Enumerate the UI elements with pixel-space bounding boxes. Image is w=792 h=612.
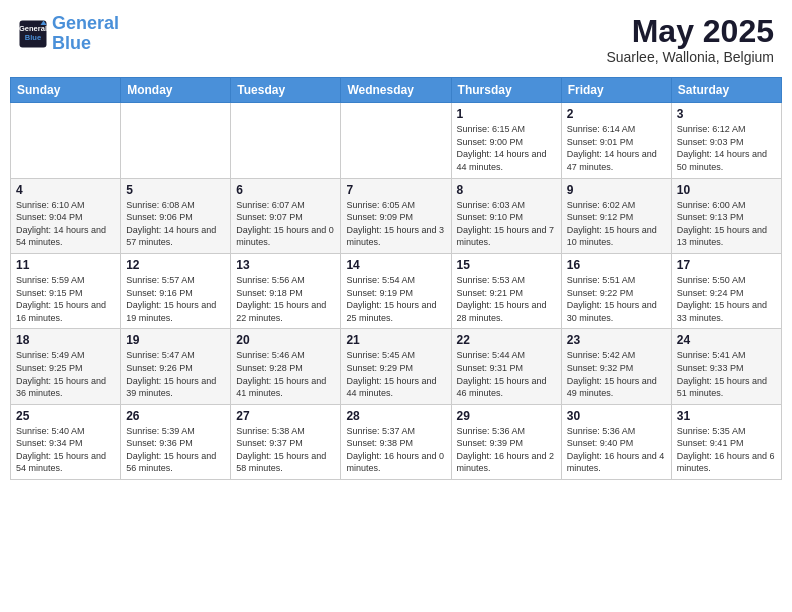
week-row-2: 4Sunrise: 6:10 AM Sunset: 9:04 PM Daylig… bbox=[11, 178, 782, 253]
day-number: 10 bbox=[677, 183, 776, 197]
week-row-1: 1Sunrise: 6:15 AM Sunset: 9:00 PM Daylig… bbox=[11, 103, 782, 178]
header-cell-friday: Friday bbox=[561, 78, 671, 103]
day-number: 21 bbox=[346, 333, 445, 347]
calendar-body: 1Sunrise: 6:15 AM Sunset: 9:00 PM Daylig… bbox=[11, 103, 782, 480]
logo-line1: General bbox=[52, 13, 119, 33]
day-cell: 3Sunrise: 6:12 AM Sunset: 9:03 PM Daylig… bbox=[671, 103, 781, 178]
day-number: 6 bbox=[236, 183, 335, 197]
logo-text: General Blue bbox=[52, 14, 119, 54]
day-info: Sunrise: 6:10 AM Sunset: 9:04 PM Dayligh… bbox=[16, 199, 115, 249]
day-cell: 24Sunrise: 5:41 AM Sunset: 9:33 PM Dayli… bbox=[671, 329, 781, 404]
day-info: Sunrise: 5:36 AM Sunset: 9:40 PM Dayligh… bbox=[567, 425, 666, 475]
day-info: Sunrise: 5:45 AM Sunset: 9:29 PM Dayligh… bbox=[346, 349, 445, 399]
day-cell: 27Sunrise: 5:38 AM Sunset: 9:37 PM Dayli… bbox=[231, 404, 341, 479]
header-cell-thursday: Thursday bbox=[451, 78, 561, 103]
header-cell-wednesday: Wednesday bbox=[341, 78, 451, 103]
day-cell: 12Sunrise: 5:57 AM Sunset: 9:16 PM Dayli… bbox=[121, 253, 231, 328]
day-number: 24 bbox=[677, 333, 776, 347]
day-info: Sunrise: 5:41 AM Sunset: 9:33 PM Dayligh… bbox=[677, 349, 776, 399]
day-info: Sunrise: 5:47 AM Sunset: 9:26 PM Dayligh… bbox=[126, 349, 225, 399]
day-info: Sunrise: 6:12 AM Sunset: 9:03 PM Dayligh… bbox=[677, 123, 776, 173]
day-number: 23 bbox=[567, 333, 666, 347]
day-cell: 6Sunrise: 6:07 AM Sunset: 9:07 PM Daylig… bbox=[231, 178, 341, 253]
day-number: 28 bbox=[346, 409, 445, 423]
day-info: Sunrise: 5:57 AM Sunset: 9:16 PM Dayligh… bbox=[126, 274, 225, 324]
day-cell: 20Sunrise: 5:46 AM Sunset: 9:28 PM Dayli… bbox=[231, 329, 341, 404]
day-info: Sunrise: 5:53 AM Sunset: 9:21 PM Dayligh… bbox=[457, 274, 556, 324]
day-number: 9 bbox=[567, 183, 666, 197]
day-cell: 22Sunrise: 5:44 AM Sunset: 9:31 PM Dayli… bbox=[451, 329, 561, 404]
day-number: 12 bbox=[126, 258, 225, 272]
day-info: Sunrise: 6:00 AM Sunset: 9:13 PM Dayligh… bbox=[677, 199, 776, 249]
logo-icon: General Blue bbox=[18, 19, 48, 49]
day-cell: 18Sunrise: 5:49 AM Sunset: 9:25 PM Dayli… bbox=[11, 329, 121, 404]
day-number: 15 bbox=[457, 258, 556, 272]
day-number: 16 bbox=[567, 258, 666, 272]
day-info: Sunrise: 5:54 AM Sunset: 9:19 PM Dayligh… bbox=[346, 274, 445, 324]
day-info: Sunrise: 6:08 AM Sunset: 9:06 PM Dayligh… bbox=[126, 199, 225, 249]
day-info: Sunrise: 5:49 AM Sunset: 9:25 PM Dayligh… bbox=[16, 349, 115, 399]
day-cell: 16Sunrise: 5:51 AM Sunset: 9:22 PM Dayli… bbox=[561, 253, 671, 328]
header-cell-monday: Monday bbox=[121, 78, 231, 103]
day-cell: 11Sunrise: 5:59 AM Sunset: 9:15 PM Dayli… bbox=[11, 253, 121, 328]
day-number: 27 bbox=[236, 409, 335, 423]
day-info: Sunrise: 5:56 AM Sunset: 9:18 PM Dayligh… bbox=[236, 274, 335, 324]
day-number: 11 bbox=[16, 258, 115, 272]
day-number: 31 bbox=[677, 409, 776, 423]
day-info: Sunrise: 6:03 AM Sunset: 9:10 PM Dayligh… bbox=[457, 199, 556, 249]
week-row-5: 25Sunrise: 5:40 AM Sunset: 9:34 PM Dayli… bbox=[11, 404, 782, 479]
header-cell-tuesday: Tuesday bbox=[231, 78, 341, 103]
day-cell: 2Sunrise: 6:14 AM Sunset: 9:01 PM Daylig… bbox=[561, 103, 671, 178]
day-number: 29 bbox=[457, 409, 556, 423]
day-cell: 15Sunrise: 5:53 AM Sunset: 9:21 PM Dayli… bbox=[451, 253, 561, 328]
day-number: 5 bbox=[126, 183, 225, 197]
calendar-table: SundayMondayTuesdayWednesdayThursdayFrid… bbox=[10, 77, 782, 480]
title-area: May 2025 Suarlee, Wallonia, Belgium bbox=[606, 14, 774, 65]
day-cell: 13Sunrise: 5:56 AM Sunset: 9:18 PM Dayli… bbox=[231, 253, 341, 328]
svg-text:Blue: Blue bbox=[25, 33, 41, 42]
day-number: 30 bbox=[567, 409, 666, 423]
day-number: 3 bbox=[677, 107, 776, 121]
day-cell: 21Sunrise: 5:45 AM Sunset: 9:29 PM Dayli… bbox=[341, 329, 451, 404]
day-cell: 14Sunrise: 5:54 AM Sunset: 9:19 PM Dayli… bbox=[341, 253, 451, 328]
day-cell bbox=[121, 103, 231, 178]
day-cell: 1Sunrise: 6:15 AM Sunset: 9:00 PM Daylig… bbox=[451, 103, 561, 178]
day-cell: 17Sunrise: 5:50 AM Sunset: 9:24 PM Dayli… bbox=[671, 253, 781, 328]
day-info: Sunrise: 5:46 AM Sunset: 9:28 PM Dayligh… bbox=[236, 349, 335, 399]
day-info: Sunrise: 5:59 AM Sunset: 9:15 PM Dayligh… bbox=[16, 274, 115, 324]
day-info: Sunrise: 5:50 AM Sunset: 9:24 PM Dayligh… bbox=[677, 274, 776, 324]
day-cell: 5Sunrise: 6:08 AM Sunset: 9:06 PM Daylig… bbox=[121, 178, 231, 253]
day-info: Sunrise: 5:44 AM Sunset: 9:31 PM Dayligh… bbox=[457, 349, 556, 399]
day-number: 1 bbox=[457, 107, 556, 121]
day-info: Sunrise: 5:51 AM Sunset: 9:22 PM Dayligh… bbox=[567, 274, 666, 324]
header-row: SundayMondayTuesdayWednesdayThursdayFrid… bbox=[11, 78, 782, 103]
day-number: 25 bbox=[16, 409, 115, 423]
day-number: 7 bbox=[346, 183, 445, 197]
header-cell-sunday: Sunday bbox=[11, 78, 121, 103]
calendar-header: SundayMondayTuesdayWednesdayThursdayFrid… bbox=[11, 78, 782, 103]
day-info: Sunrise: 5:37 AM Sunset: 9:38 PM Dayligh… bbox=[346, 425, 445, 475]
day-cell: 26Sunrise: 5:39 AM Sunset: 9:36 PM Dayli… bbox=[121, 404, 231, 479]
day-cell: 29Sunrise: 5:36 AM Sunset: 9:39 PM Dayli… bbox=[451, 404, 561, 479]
day-number: 13 bbox=[236, 258, 335, 272]
day-cell: 9Sunrise: 6:02 AM Sunset: 9:12 PM Daylig… bbox=[561, 178, 671, 253]
header-cell-saturday: Saturday bbox=[671, 78, 781, 103]
day-cell: 28Sunrise: 5:37 AM Sunset: 9:38 PM Dayli… bbox=[341, 404, 451, 479]
page-header: General Blue General Blue May 2025 Suarl… bbox=[10, 10, 782, 69]
day-number: 18 bbox=[16, 333, 115, 347]
day-info: Sunrise: 5:38 AM Sunset: 9:37 PM Dayligh… bbox=[236, 425, 335, 475]
svg-text:General: General bbox=[19, 24, 47, 33]
week-row-3: 11Sunrise: 5:59 AM Sunset: 9:15 PM Dayli… bbox=[11, 253, 782, 328]
day-number: 22 bbox=[457, 333, 556, 347]
logo-line2: Blue bbox=[52, 33, 91, 53]
day-cell: 19Sunrise: 5:47 AM Sunset: 9:26 PM Dayli… bbox=[121, 329, 231, 404]
day-number: 20 bbox=[236, 333, 335, 347]
day-number: 26 bbox=[126, 409, 225, 423]
day-info: Sunrise: 6:14 AM Sunset: 9:01 PM Dayligh… bbox=[567, 123, 666, 173]
day-info: Sunrise: 5:42 AM Sunset: 9:32 PM Dayligh… bbox=[567, 349, 666, 399]
day-cell: 10Sunrise: 6:00 AM Sunset: 9:13 PM Dayli… bbox=[671, 178, 781, 253]
location-subtitle: Suarlee, Wallonia, Belgium bbox=[606, 49, 774, 65]
day-info: Sunrise: 5:35 AM Sunset: 9:41 PM Dayligh… bbox=[677, 425, 776, 475]
day-info: Sunrise: 5:39 AM Sunset: 9:36 PM Dayligh… bbox=[126, 425, 225, 475]
day-cell: 23Sunrise: 5:42 AM Sunset: 9:32 PM Dayli… bbox=[561, 329, 671, 404]
